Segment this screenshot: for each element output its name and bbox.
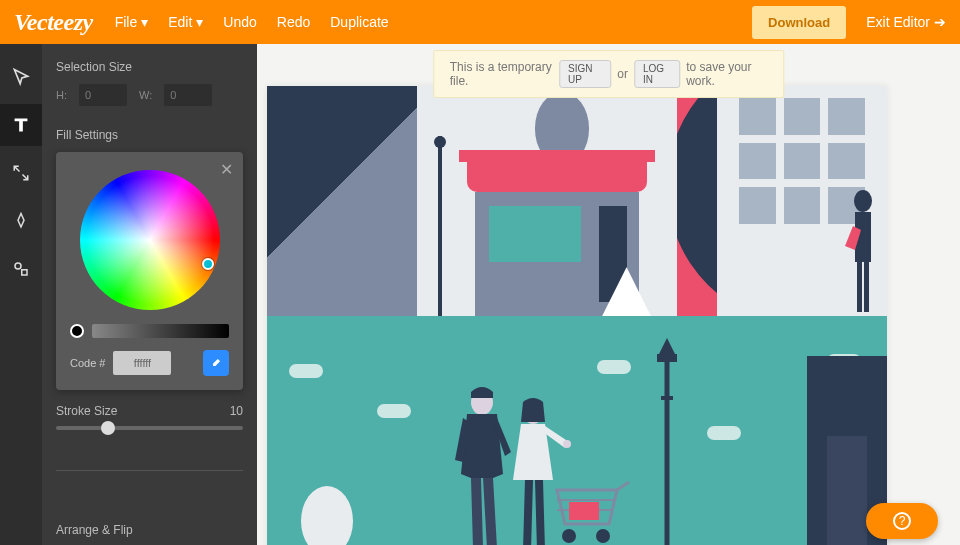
canvas[interactable]: ▲ xyxy=(267,86,887,545)
streetlamp-icon xyxy=(647,336,687,545)
svg-rect-6 xyxy=(657,354,677,362)
svg-rect-7 xyxy=(661,396,673,400)
svg-point-15 xyxy=(596,529,610,543)
chevron-down-icon: ▾ xyxy=(196,14,203,30)
color-picker-handle[interactable] xyxy=(202,258,214,270)
width-input[interactable] xyxy=(164,84,212,106)
eyedropper-button[interactable] xyxy=(203,350,229,376)
login-button[interactable]: LOG IN xyxy=(634,60,680,88)
color-code-label: Code # xyxy=(70,357,105,369)
text-icon xyxy=(10,114,32,136)
pen-icon xyxy=(12,212,30,230)
menu-duplicate[interactable]: Duplicate xyxy=(330,14,388,30)
arrow-right-icon: ➔ xyxy=(934,14,946,30)
menu-redo[interactable]: Redo xyxy=(277,14,310,30)
notice-or: or xyxy=(617,67,628,81)
signup-button[interactable]: SIGN UP xyxy=(559,60,611,88)
tool-text[interactable] xyxy=(0,104,42,146)
menu-edit[interactable]: Edit▾ xyxy=(168,14,203,30)
tool-shapes[interactable] xyxy=(0,248,42,290)
svg-point-4 xyxy=(301,486,353,545)
stroke-size-slider[interactable] xyxy=(56,426,243,430)
download-button[interactable]: Download xyxy=(752,6,846,39)
shapes-icon xyxy=(12,260,30,278)
tool-scale[interactable] xyxy=(0,152,42,194)
tool-strip xyxy=(0,44,42,545)
eyedropper-icon xyxy=(209,356,223,370)
brightness-handle[interactable] xyxy=(70,324,84,338)
svg-point-0 xyxy=(15,263,21,269)
properties-sidebar: Selection Size H: W: Fill Settings ✕ Cod… xyxy=(42,44,257,545)
exit-editor-button[interactable]: Exit Editor➔ xyxy=(866,14,946,30)
color-code-input[interactable] xyxy=(113,351,171,375)
svg-point-2 xyxy=(434,136,446,148)
slider-handle[interactable] xyxy=(101,421,115,435)
svg-rect-17 xyxy=(827,436,867,545)
tool-pointer[interactable] xyxy=(0,56,42,98)
svg-point-10 xyxy=(563,440,571,448)
fill-settings-popover: ✕ Code # xyxy=(56,152,243,390)
selection-size-label: Selection Size xyxy=(56,60,243,74)
fill-settings-label: Fill Settings xyxy=(56,128,243,142)
arrange-flip-label: Arrange & Flip xyxy=(56,523,133,537)
artwork-top: ▲ xyxy=(267,86,887,316)
person-shopper-icon xyxy=(843,186,883,316)
artwork-bottom xyxy=(267,316,887,545)
top-menu: File▾ Edit▾ Undo Redo Duplicate xyxy=(115,14,389,30)
top-toolbar: Vecteezy File▾ Edit▾ Undo Redo Duplicate… xyxy=(0,0,960,44)
color-wheel[interactable] xyxy=(80,170,220,310)
notice-post: to save your work. xyxy=(686,60,767,88)
close-icon[interactable]: ✕ xyxy=(220,160,233,179)
logo: Vecteezy xyxy=(14,9,93,36)
brightness-slider[interactable] xyxy=(70,324,229,338)
expand-icon xyxy=(12,164,30,182)
help-button[interactable]: ? xyxy=(866,503,938,539)
stroke-size-label: Stroke Size xyxy=(56,404,117,418)
stroke-size-value: 10 xyxy=(230,404,243,418)
width-label: W: xyxy=(139,89,152,101)
divider xyxy=(56,470,243,471)
shopping-cart-icon xyxy=(547,480,637,545)
menu-file[interactable]: File▾ xyxy=(115,14,149,30)
notice-pre: This is a temporary file. xyxy=(450,60,553,88)
svg-point-14 xyxy=(562,529,576,543)
cursor-icon xyxy=(11,67,31,87)
height-input[interactable] xyxy=(79,84,127,106)
menu-undo[interactable]: Undo xyxy=(223,14,256,30)
canvas-area: This is a temporary file. SIGN UP or LOG… xyxy=(257,44,960,545)
svg-rect-13 xyxy=(569,502,599,520)
streetlight-icon xyxy=(425,136,455,316)
height-label: H: xyxy=(56,89,67,101)
save-notice: This is a temporary file. SIGN UP or LOG… xyxy=(433,50,785,98)
egg-shape-icon xyxy=(297,466,357,545)
chevron-down-icon: ▾ xyxy=(141,14,148,30)
svg-point-3 xyxy=(854,190,872,212)
tool-pen[interactable] xyxy=(0,200,42,242)
help-icon: ? xyxy=(893,512,911,530)
